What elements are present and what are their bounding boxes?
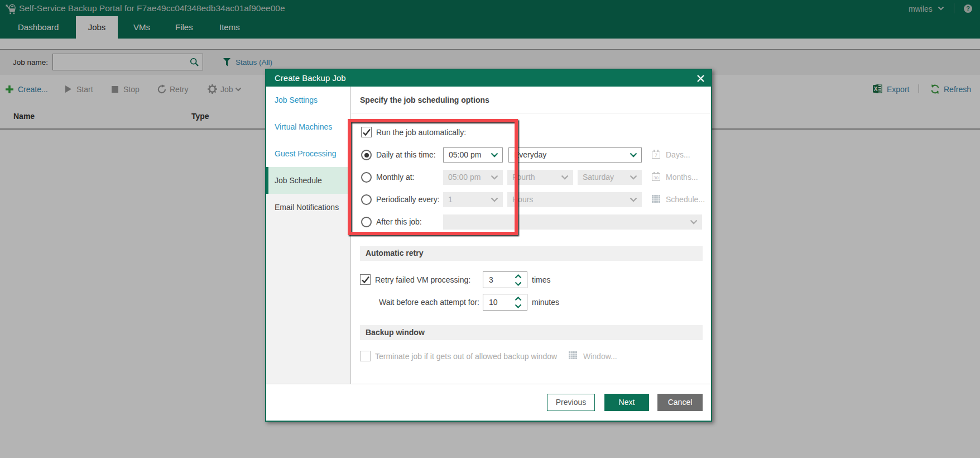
svg-text:30: 30 — [654, 175, 659, 180]
svg-text:7: 7 — [655, 152, 657, 158]
